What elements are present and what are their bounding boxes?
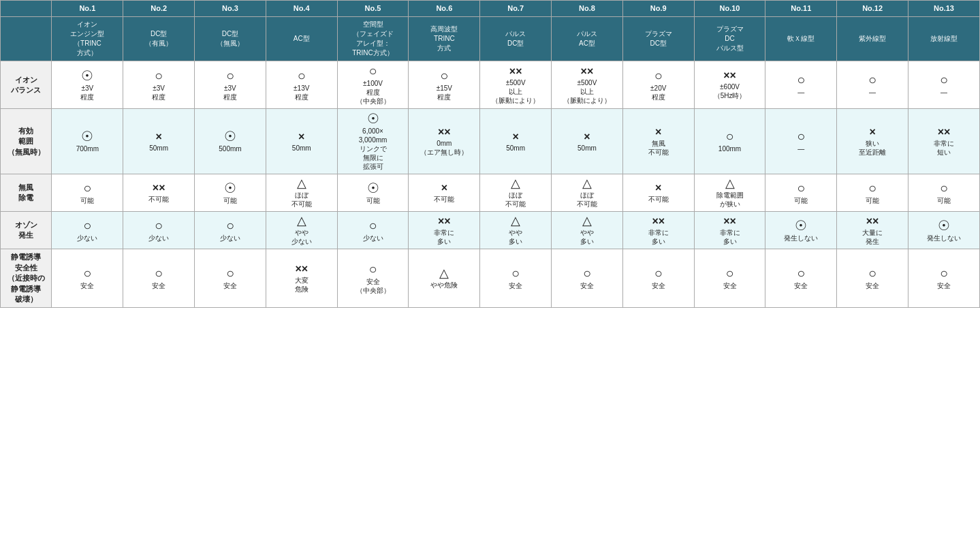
cell-r1-c7: ×50mm (552, 109, 623, 174)
cell-r3-c12: ☉発生しない (908, 212, 980, 249)
subheader-no9: プラズマDC型 (622, 17, 694, 61)
cell-r3-c5: ××非常に多い (409, 212, 480, 249)
cell-r3-c0: ○少ない (52, 212, 123, 249)
header-row: No.1 No.2 No.3 No.4 No.5 No.6 No.7 No.8 … (1, 1, 980, 17)
cell-r2-c10: ○可能 (765, 174, 837, 212)
table-row: オゾン発生○少ない○少ない○少ない△やや少ない○少ない××非常に多い△やや多い△… (1, 212, 980, 249)
subheader-no10: プラズマDCパルス型 (694, 17, 765, 61)
subheader-no4: AC型 (266, 17, 337, 61)
cell-r0-c12: ○— (908, 61, 980, 109)
cell-r4-c6: ○安全 (480, 249, 552, 308)
cell-r4-c0: ○安全 (52, 249, 123, 308)
cell-r0-c0: ☉±3V程度 (52, 61, 123, 109)
table-row: 静電誘導安全性（近接時の静電誘導破壊）○安全○安全○安全××大変危険○安全（中央… (1, 249, 980, 308)
row-label-1: 有効範囲（無風時） (1, 109, 52, 174)
cell-r3-c1: ○少ない (123, 212, 195, 249)
subheader-no2: DC型（有風） (123, 17, 195, 61)
cell-r3-c10: ☉発生しない (765, 212, 837, 249)
subheader-no7: パルスDC型 (480, 17, 552, 61)
cell-r0-c8: ○±20V程度 (622, 61, 694, 109)
cell-r3-c4: ○少ない (337, 212, 409, 249)
header-no8: No.8 (552, 1, 623, 17)
cell-r2-c4: ☉可能 (337, 174, 409, 212)
subheader-no6: 高周波型TRINC方式 (409, 17, 480, 61)
cell-r0-c9: ××±600V（5Hz時） (694, 61, 765, 109)
header-no6: No.6 (409, 1, 480, 17)
header-no5: No.5 (337, 1, 409, 17)
subheader-row: イオンエンジン型（TRINC方式） DC型（有風） DC型（無風） AC型 空間… (1, 17, 980, 61)
cell-r3-c7: △やや多い (552, 212, 623, 249)
cell-r3-c11: ××大量に発生 (837, 212, 908, 249)
cell-r4-c9: ○安全 (694, 249, 765, 308)
header-no9: No.9 (622, 1, 694, 17)
table-row: 有効範囲（無風時）☉700mm×50mm☉500mm×50mm☉6,000×3,… (1, 109, 980, 174)
cell-r3-c9: ××非常に多い (694, 212, 765, 249)
subheader-no1: イオンエンジン型（TRINC方式） (52, 17, 123, 61)
cell-r0-c7: ××±500V以上（脈動により） (552, 61, 623, 109)
cell-r4-c11: ○安全 (837, 249, 908, 308)
header-no1: No.1 (52, 1, 123, 17)
header-no2: No.2 (123, 1, 195, 17)
cell-r4-c2: ○安全 (195, 249, 266, 308)
cell-r1-c5: ××0mm（エア無し時） (409, 109, 480, 174)
cell-r0-c1: ○±3V程度 (123, 61, 195, 109)
subheader-no12: 紫外線型 (837, 17, 908, 61)
comparison-table-container: No.1 No.2 No.3 No.4 No.5 No.6 No.7 No.8 … (0, 0, 980, 308)
subheader-no13: 放射線型 (908, 17, 980, 61)
cell-r2-c7: △ほぼ不可能 (552, 174, 623, 212)
subheader-no3: DC型（無風） (195, 17, 266, 61)
cell-r3-c3: △やや少ない (266, 212, 337, 249)
header-no7: No.7 (480, 1, 552, 17)
cell-r2-c1: ××不可能 (123, 174, 195, 212)
cell-r1-c0: ☉700mm (52, 109, 123, 174)
cell-r0-c4: ○±100V程度（中央部） (337, 61, 409, 109)
cell-r3-c2: ○少ない (195, 212, 266, 249)
cell-r0-c5: ○±15V程度 (409, 61, 480, 109)
cell-r1-c6: ×50mm (480, 109, 552, 174)
cell-r2-c8: ×不可能 (622, 174, 694, 212)
subheader-no5: 空間型（フェイズドアレイ型：TRINC方式） (337, 17, 409, 61)
cell-r2-c3: △ほぼ不可能 (266, 174, 337, 212)
table-row: イオンバランス☉±3V程度○±3V程度○±3V程度○±13V程度○±100V程度… (1, 61, 980, 109)
cell-r0-c3: ○±13V程度 (266, 61, 337, 109)
header-no13: No.13 (908, 1, 980, 17)
cell-r1-c10: ○— (765, 109, 837, 174)
cell-r0-c6: ××±500V以上（脈動により） (480, 61, 552, 109)
subheader-no11: 軟Ｘ線型 (765, 17, 837, 61)
row-label-3: オゾン発生 (1, 212, 52, 249)
cell-r1-c8: ×無風不可能 (622, 109, 694, 174)
cell-r1-c1: ×50mm (123, 109, 195, 174)
cell-r1-c3: ×50mm (266, 109, 337, 174)
row-label-4: 静電誘導安全性（近接時の静電誘導破壊） (1, 249, 52, 308)
header-no11: No.11 (765, 1, 837, 17)
cell-r2-c12: ○可能 (908, 174, 980, 212)
cell-r4-c4: ○安全（中央部） (337, 249, 409, 308)
row-label-0: イオンバランス (1, 61, 52, 109)
cell-r4-c3: ××大変危険 (266, 249, 337, 308)
header-label-col (1, 1, 52, 17)
cell-r4-c1: ○安全 (123, 249, 195, 308)
cell-r1-c12: ××非常に短い (908, 109, 980, 174)
cell-r4-c7: ○安全 (552, 249, 623, 308)
cell-r1-c4: ☉6,000×3,000mmリンクで無限に拡張可 (337, 109, 409, 174)
comparison-table: No.1 No.2 No.3 No.4 No.5 No.6 No.7 No.8 … (0, 0, 980, 308)
cell-r2-c6: △ほぼ不可能 (480, 174, 552, 212)
header-no12: No.12 (837, 1, 908, 17)
cell-r1-c9: ○100mm (694, 109, 765, 174)
header-no3: No.3 (195, 1, 266, 17)
header-no10: No.10 (694, 1, 765, 17)
row-label-2: 無風除電 (1, 174, 52, 212)
cell-r0-c2: ○±3V程度 (195, 61, 266, 109)
cell-r0-c10: ○— (765, 61, 837, 109)
cell-r3-c6: △やや多い (480, 212, 552, 249)
cell-r1-c2: ☉500mm (195, 109, 266, 174)
cell-r4-c12: ○安全 (908, 249, 980, 308)
cell-r1-c11: ×狭い至近距離 (837, 109, 908, 174)
table-row: 無風除電○可能××不可能☉可能△ほぼ不可能☉可能×不可能△ほぼ不可能△ほぼ不可能… (1, 174, 980, 212)
header-no4: No.4 (266, 1, 337, 17)
cell-r4-c5: △やや危険 (409, 249, 480, 308)
cell-r3-c8: ××非常に多い (622, 212, 694, 249)
cell-r2-c5: ×不可能 (409, 174, 480, 212)
cell-r2-c2: ☉可能 (195, 174, 266, 212)
cell-r4-c10: ○安全 (765, 249, 837, 308)
